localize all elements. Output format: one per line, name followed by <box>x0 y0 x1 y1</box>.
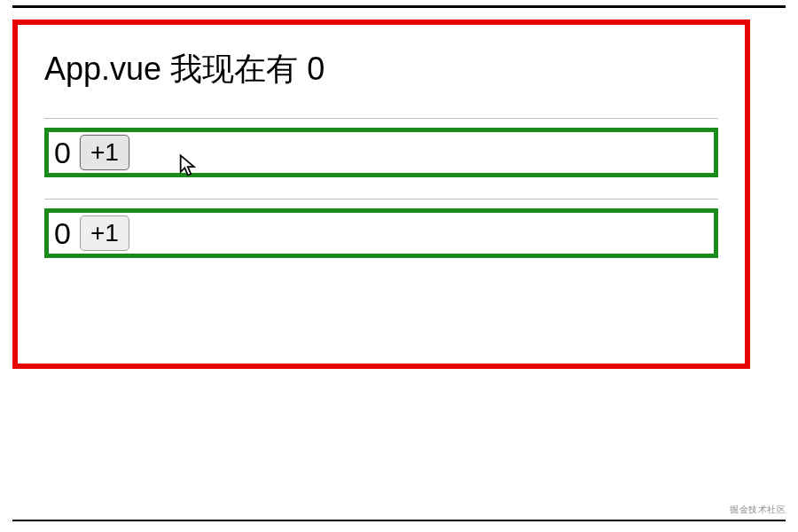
title-count: 0 <box>307 51 325 87</box>
cursor-icon <box>178 153 200 178</box>
counter-value: 0 <box>54 137 71 168</box>
divider <box>44 118 718 119</box>
page-title: App.vue 我现在有 0 <box>44 48 718 91</box>
counter-value: 0 <box>54 218 71 248</box>
watermark: 掘金技术社区 <box>730 504 786 516</box>
increment-button[interactable]: +1 <box>80 215 129 251</box>
app-container: App.vue 我现在有 0 0 +1 0 +1 <box>12 20 750 369</box>
divider <box>44 199 718 200</box>
title-prefix: App.vue 我现在有 <box>44 51 298 87</box>
increment-button[interactable]: +1 <box>80 135 129 170</box>
counter-component-2: 0 +1 <box>44 208 718 258</box>
counter-component-1: 0 +1 <box>44 128 718 177</box>
top-rule <box>12 5 786 8</box>
bottom-rule <box>12 520 786 521</box>
